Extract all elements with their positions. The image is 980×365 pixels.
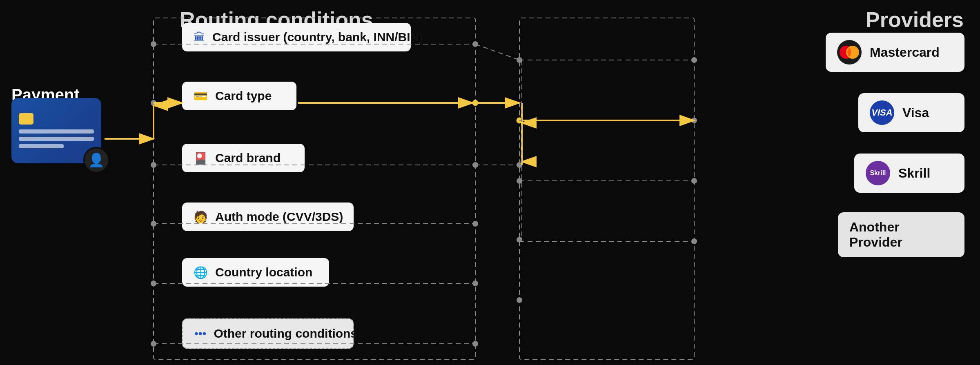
svg-point-13 bbox=[472, 41, 478, 47]
svg-point-18 bbox=[472, 341, 478, 347]
svg-point-34 bbox=[517, 297, 522, 303]
svg-point-14 bbox=[472, 100, 478, 106]
person-icon: 👤 bbox=[88, 152, 105, 168]
svg-point-10 bbox=[151, 221, 156, 227]
condition-label: Card issuer (country, bank, INN/BIN) bbox=[212, 30, 423, 44]
svg-point-30 bbox=[517, 57, 522, 63]
condition-country-location: 🌐 Country location bbox=[182, 258, 329, 287]
svg-point-8 bbox=[151, 100, 156, 106]
brand-icon: 🎴 bbox=[194, 151, 208, 165]
avatar: 👤 bbox=[83, 147, 109, 173]
svg-point-11 bbox=[151, 280, 156, 286]
person-card-icon: 🧑 bbox=[194, 210, 208, 224]
provider-visa: VISA Visa bbox=[858, 93, 964, 132]
provider-mastercard: Mastercard bbox=[826, 33, 964, 72]
provider-name: Visa bbox=[902, 105, 929, 120]
provider-name: Skrill bbox=[898, 166, 930, 181]
skrill-logo: Skrill bbox=[866, 161, 890, 185]
svg-point-12 bbox=[151, 341, 156, 347]
svg-point-9 bbox=[151, 162, 156, 168]
condition-label: Other routing conditions bbox=[214, 327, 357, 341]
svg-point-7 bbox=[151, 41, 156, 47]
condition-auth-mode: 🧑 Auth mode (CVV/3DS) bbox=[182, 203, 354, 231]
condition-other-routing: ••• Other routing conditions bbox=[182, 318, 354, 349]
provider-another: Another Provider bbox=[838, 212, 964, 257]
card-line bbox=[19, 144, 64, 148]
svg-point-16 bbox=[472, 221, 478, 227]
svg-point-33 bbox=[517, 237, 522, 243]
svg-rect-6 bbox=[519, 18, 694, 359]
condition-card-type: 💳 Card type bbox=[182, 82, 296, 110]
providers-title: Providers bbox=[866, 7, 964, 32]
svg-point-41 bbox=[691, 238, 697, 244]
visa-logo: VISA bbox=[870, 100, 894, 125]
condition-label: Country location bbox=[215, 265, 312, 279]
payment-card: 👤 bbox=[11, 98, 101, 163]
condition-label: Card type bbox=[215, 89, 272, 103]
provider-name: Mastercard bbox=[870, 45, 940, 60]
svg-point-31 bbox=[517, 118, 522, 123]
provider-name: Another Provider bbox=[849, 220, 953, 250]
svg-point-39 bbox=[691, 118, 697, 123]
card-chip bbox=[19, 113, 33, 125]
svg-point-15 bbox=[472, 162, 478, 168]
svg-point-40 bbox=[691, 178, 697, 184]
bank-icon: 🏛 bbox=[194, 31, 205, 44]
svg-point-37 bbox=[517, 162, 522, 168]
condition-card-brand: 🎴 Card brand bbox=[182, 144, 305, 172]
mastercard-logo bbox=[837, 40, 862, 65]
provider-skrill: Skrill Skrill bbox=[854, 154, 964, 193]
dots-icon: ••• bbox=[194, 327, 206, 340]
condition-label: Auth mode (CVV/3DS) bbox=[215, 210, 343, 224]
condition-card-issuer: 🏛 Card issuer (country, bank, INN/BIN) bbox=[182, 23, 411, 51]
card-line bbox=[19, 129, 94, 134]
card-lines bbox=[19, 129, 94, 148]
card-line bbox=[19, 137, 94, 141]
card-icon: 💳 bbox=[194, 89, 208, 103]
svg-rect-5 bbox=[154, 18, 475, 359]
svg-line-35 bbox=[475, 44, 519, 60]
svg-point-38 bbox=[691, 57, 697, 63]
globe-icon: 🌐 bbox=[194, 266, 208, 279]
svg-point-17 bbox=[472, 280, 478, 286]
condition-label: Card brand bbox=[215, 151, 281, 165]
svg-point-32 bbox=[517, 178, 522, 184]
